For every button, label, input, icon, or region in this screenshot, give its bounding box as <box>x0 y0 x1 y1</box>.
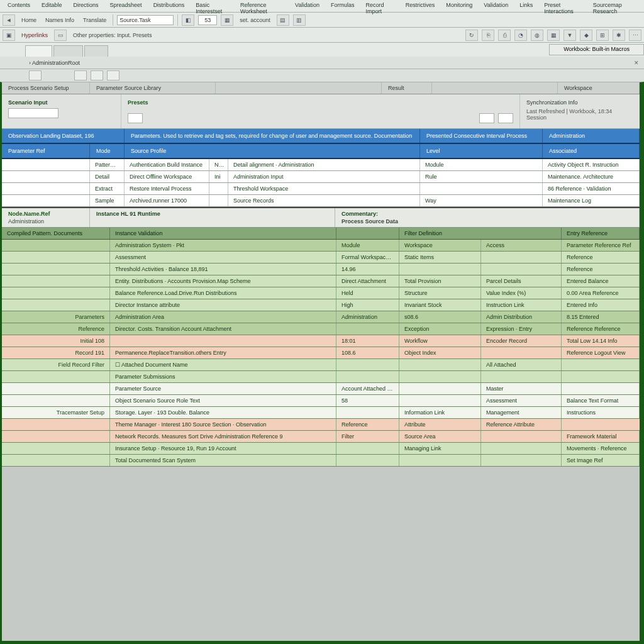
table-row[interactable]: ExtractRestore Interval ProcessThreshold… <box>2 183 640 195</box>
cell[interactable]: Reference <box>562 264 640 275</box>
pin-icon[interactable]: ◆ <box>580 30 592 41</box>
cell[interactable]: Expression · Entry <box>481 323 562 335</box>
scenario-input[interactable] <box>8 108 58 118</box>
cell[interactable] <box>2 240 110 251</box>
cell[interactable] <box>399 455 481 466</box>
print-icon[interactable]: ⎙ <box>498 30 511 41</box>
menu-item[interactable]: Contents <box>3 0 35 12</box>
chart-icon[interactable]: ◔ <box>514 30 527 41</box>
menu-item[interactable]: Monitoring <box>441 0 477 12</box>
cell[interactable] <box>110 335 336 347</box>
cell[interactable]: 14.96 <box>336 264 399 275</box>
cell[interactable]: Parameter Source <box>110 383 336 394</box>
cell[interactable] <box>2 195 90 206</box>
preset-slot[interactable] <box>479 113 494 123</box>
menu-item[interactable]: Record Import <box>360 0 399 12</box>
bluecol[interactable]: Parameter Ref <box>2 144 90 158</box>
cell[interactable]: Formal Workspace Setup <box>336 252 399 263</box>
cell[interactable]: Direct Offline Workspace <box>125 171 209 182</box>
cell[interactable]: Reference Attribute <box>481 419 562 430</box>
menu-item[interactable]: Restrictives <box>401 0 440 12</box>
table-row[interactable]: DetailDirect Offline WorkspaceIniAdminis… <box>2 171 640 183</box>
cell[interactable] <box>2 264 110 275</box>
cell[interactable] <box>336 323 399 335</box>
cell[interactable]: Balance Text Format <box>562 395 640 406</box>
more-icon[interactable]: ⋯ <box>629 30 641 41</box>
table-row[interactable]: Initial 10818:01WorkflowEncoder RecordTo… <box>2 335 640 347</box>
cell[interactable]: Restore Interval Process <box>125 183 209 194</box>
cell[interactable] <box>399 371 481 382</box>
cell[interactable] <box>336 407 399 418</box>
cell[interactable] <box>2 171 90 182</box>
cell[interactable]: 18:01 <box>336 335 399 347</box>
filter-icon[interactable]: ▼ <box>564 30 576 41</box>
cell[interactable]: Module <box>420 159 543 170</box>
table-row[interactable]: Balance Reference.Load.Drive.Run Distrib… <box>2 287 640 299</box>
cell[interactable]: Field Record Filter <box>2 359 110 370</box>
cell[interactable]: Reference Logout View <box>562 347 640 358</box>
table-row[interactable]: Theme Manager · Interest 180 Source Sect… <box>2 419 640 431</box>
cell[interactable] <box>2 287 110 299</box>
cell[interactable] <box>481 443 562 454</box>
menu-item[interactable]: Distributions <box>148 0 190 12</box>
table-row[interactable]: Parameter SourceAccount Attached Stateme… <box>2 383 640 395</box>
menu-item[interactable]: Editable <box>36 0 67 12</box>
menu-item[interactable]: Sourcemap Research <box>588 0 641 12</box>
table-row[interactable]: Entity. Distributions · Accounts Provisi… <box>2 275 640 287</box>
tab[interactable] <box>25 45 52 57</box>
cell[interactable]: Threshold Workspace <box>228 183 420 194</box>
cell[interactable] <box>2 443 110 454</box>
cell[interactable]: All Attached <box>481 359 562 370</box>
cell[interactable]: Object Index <box>399 347 481 358</box>
cell[interactable] <box>2 395 110 406</box>
cell[interactable]: Entered Info <box>562 299 640 311</box>
cell[interactable]: Source Records <box>228 195 420 206</box>
cell[interactable]: Administration Input <box>228 171 420 182</box>
cell[interactable]: Rule <box>420 171 543 182</box>
tool-icon[interactable]: ▦ <box>221 14 233 26</box>
cell[interactable]: 108.6 <box>336 347 399 358</box>
cell[interactable]: Permanence.ReplaceTransition.others Entr… <box>110 347 336 358</box>
cell[interactable]: Storage. Layer · 193 Double. Balance <box>110 407 336 418</box>
cell[interactable]: Value Index (%) <box>481 287 562 299</box>
table-row[interactable]: Total Documented Scan SystemSet Image Re… <box>2 455 640 467</box>
cell[interactable]: Static Items <box>399 252 481 263</box>
bluecol[interactable]: Mode <box>90 144 125 158</box>
cell[interactable]: Management <box>481 407 562 418</box>
cell[interactable]: Encoder Record <box>481 335 562 347</box>
cell[interactable]: Maintenance Log <box>543 195 640 206</box>
cell[interactable]: Authentication Build Instance <box>125 159 209 170</box>
cell[interactable]: Account Attached Statement <box>336 383 399 394</box>
cell[interactable] <box>399 395 481 406</box>
cell[interactable]: Reference Reference <box>562 323 640 335</box>
cell[interactable] <box>2 455 110 466</box>
cell[interactable]: Maintenance. Architecture <box>543 171 640 182</box>
cell[interactable]: Threshold Activities · Balance 18,891 <box>110 264 336 275</box>
globe-icon[interactable]: ◍ <box>531 30 543 41</box>
cell[interactable]: Instructions <box>562 407 640 418</box>
cell[interactable] <box>399 383 481 394</box>
cell[interactable] <box>2 371 110 382</box>
cell[interactable]: Access <box>481 240 562 251</box>
cell[interactable] <box>209 195 228 206</box>
cell[interactable] <box>481 252 562 263</box>
tool-icon[interactable]: ▭ <box>54 30 67 41</box>
cell[interactable]: Parameter Submissions <box>110 371 336 382</box>
cell[interactable]: Workspace <box>399 240 481 251</box>
tab[interactable] <box>53 45 84 57</box>
cell[interactable]: Network Records. Measures Sort Drive Adm… <box>110 431 336 442</box>
new-icon[interactable] <box>29 70 42 80</box>
preset-slot[interactable] <box>128 113 143 123</box>
menu-item[interactable]: Basic Interestset <box>191 0 234 12</box>
grid-icon[interactable] <box>74 70 87 80</box>
cell[interactable]: Movements · Reference <box>562 443 640 454</box>
cell[interactable]: 86 Reference · Validation <box>543 183 640 194</box>
cell[interactable]: Information Link <box>399 407 481 418</box>
cell[interactable]: Tracemaster Setup <box>2 407 110 418</box>
cell[interactable]: Reference <box>2 323 110 335</box>
table-row[interactable]: ParametersAdministration AreaAdministrat… <box>2 311 640 323</box>
cell[interactable]: Director. Costs. Transition Account Atta… <box>110 323 336 335</box>
cell[interactable] <box>562 383 640 394</box>
cell[interactable] <box>481 264 562 275</box>
table-row[interactable]: Parameter Submissions <box>2 371 640 383</box>
